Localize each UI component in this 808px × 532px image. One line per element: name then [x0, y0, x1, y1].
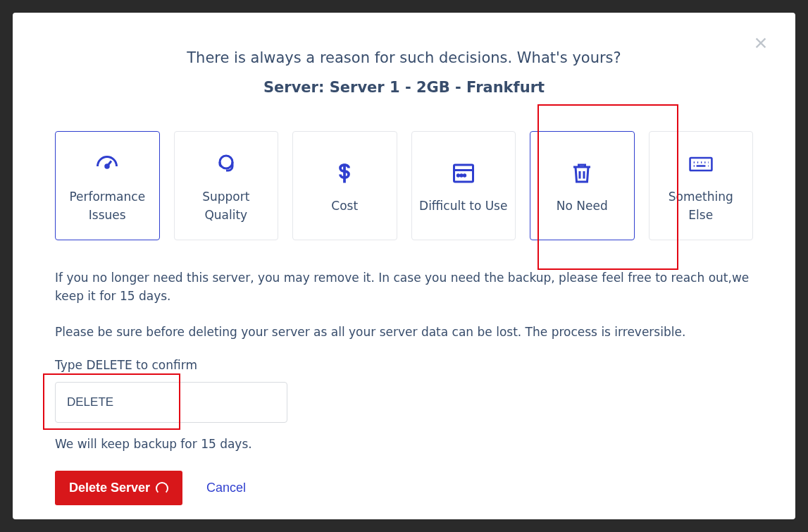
info-paragraph-1: If you no longer need this server, you m…	[55, 268, 753, 306]
reason-cost[interactable]: Cost	[292, 131, 397, 240]
svg-rect-2	[454, 165, 473, 182]
reason-no-need[interactable]: No Need	[530, 131, 635, 240]
close-button[interactable]	[753, 35, 769, 54]
svg-rect-6	[690, 158, 711, 171]
modal-subtitle: Server: Server 1 - 2GB - Frankfurt	[55, 79, 753, 96]
reason-label: Cost	[331, 197, 358, 216]
delete-server-button[interactable]: Delete Server	[55, 471, 182, 505]
close-icon	[753, 34, 769, 55]
reason-cards: Performance Issues Support Quality Cost …	[55, 131, 753, 240]
reason-performance[interactable]: Performance Issues	[55, 131, 160, 240]
keyboard-icon	[688, 147, 714, 181]
backup-note: We will keep backup for 15 days.	[55, 437, 753, 451]
svg-point-5	[464, 175, 465, 176]
reason-label: No Need	[557, 197, 608, 216]
confirm-label: Type DELETE to confirm	[55, 358, 753, 372]
modal-actions: Delete Server Cancel	[55, 471, 753, 505]
reason-other[interactable]: Something Else	[649, 131, 754, 240]
trash-icon	[569, 156, 595, 190]
info-paragraph-2: Please be sure before deleting your serv…	[55, 323, 753, 341]
window-icon	[451, 156, 476, 190]
svg-point-3	[457, 175, 459, 176]
reason-label: Difficult to Use	[419, 197, 507, 216]
support-icon	[213, 147, 239, 181]
dollar-icon	[332, 156, 357, 190]
reason-support[interactable]: Support Quality	[174, 131, 279, 240]
reason-label: Support Quality	[180, 188, 273, 224]
spinner-icon	[156, 482, 168, 495]
reason-difficult[interactable]: Difficult to Use	[411, 131, 516, 240]
delete-button-label: Delete Server	[69, 481, 150, 495]
cancel-button[interactable]: Cancel	[206, 481, 246, 495]
confirm-input[interactable]	[55, 382, 287, 423]
reason-label: Performance Issues	[61, 188, 154, 224]
gauge-icon	[94, 147, 120, 181]
delete-server-modal: There is always a reason for such decisi…	[13, 13, 795, 519]
modal-title: There is always a reason for such decisi…	[55, 49, 753, 66]
reason-label: Something Else	[655, 188, 747, 224]
svg-point-4	[461, 175, 462, 176]
